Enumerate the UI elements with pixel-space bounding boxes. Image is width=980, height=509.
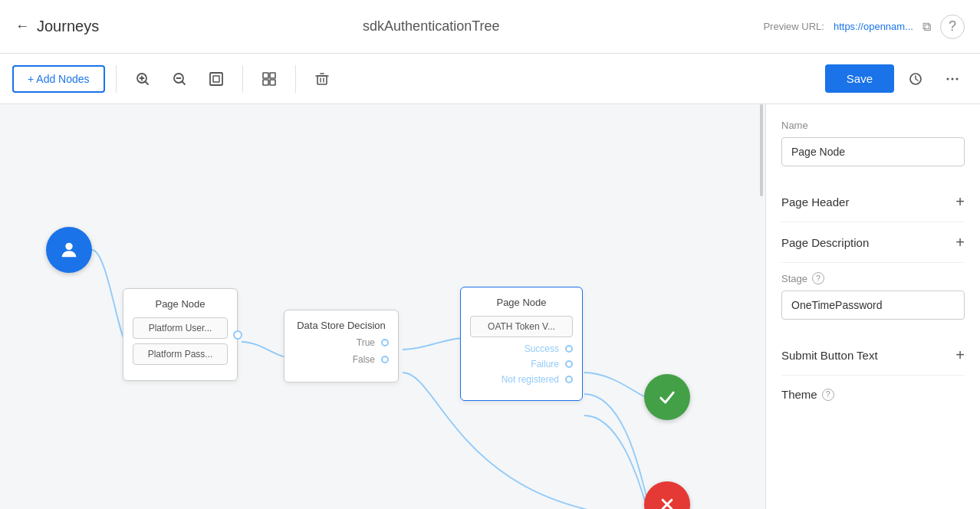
stage-section: Stage ? (781, 263, 965, 320)
page-description-row[interactable]: Page Description + (781, 222, 965, 263)
success-dot (565, 345, 573, 353)
main-content: Page Node Platform User... Platform Pass… (0, 104, 980, 509)
svg-rect-12 (270, 80, 275, 85)
theme-row[interactable]: Theme ? (781, 376, 965, 413)
svg-rect-7 (210, 73, 222, 85)
decision-false: False (294, 354, 389, 365)
add-nodes-button[interactable]: + Add Nodes (12, 65, 105, 93)
svg-rect-13 (317, 76, 327, 84)
header-left: ← Journeys (15, 18, 99, 35)
svg-point-21 (956, 77, 959, 80)
fit-view-button[interactable] (201, 64, 232, 94)
stage-label-row: Stage ? (781, 272, 965, 284)
name-section: Name (781, 120, 965, 166)
output-not-registered-label: Not registered (502, 374, 559, 385)
x-icon (656, 494, 678, 509)
person-icon (58, 239, 80, 261)
svg-rect-11 (263, 80, 268, 85)
page-header-plus[interactable]: + (955, 194, 965, 209)
output-not-registered: Not registered (470, 374, 573, 385)
page-node-1[interactable]: Page Node Platform User... Platform Pass… (123, 288, 238, 381)
svg-point-20 (952, 77, 954, 80)
page-node-1-title: Page Node (133, 298, 228, 310)
output-failure-label: Failure (531, 359, 559, 369)
svg-rect-9 (263, 73, 268, 78)
failure-node[interactable] (644, 481, 690, 509)
theme-label: Theme (781, 388, 817, 401)
zoom-in-icon (135, 71, 150, 87)
output-failure: Failure (470, 359, 573, 369)
page-header-label: Page Header (781, 195, 849, 209)
decision-true-dot (381, 339, 389, 346)
add-nodes-label: + Add Nodes (28, 73, 90, 85)
history-button[interactable] (900, 64, 931, 94)
help-button[interactable]: ? (940, 15, 965, 39)
grid-button[interactable] (254, 64, 284, 94)
submit-button-text-row[interactable]: Submit Button Text + (781, 335, 965, 376)
check-icon (656, 386, 678, 408)
page-header-row[interactable]: Page Header + (781, 182, 965, 222)
canvas[interactable]: Page Node Platform User... Platform Pass… (0, 104, 765, 509)
copy-icon: ⧉ (922, 20, 931, 33)
svg-rect-8 (213, 76, 219, 82)
app-title: Journeys (37, 18, 99, 35)
preview-url-value: https://opennam... (834, 21, 913, 32)
preview-url-label: Preview URL: (763, 21, 824, 32)
page-description-plus[interactable]: + (955, 235, 965, 250)
page-description-label: Page Description (781, 236, 869, 249)
more-options-button[interactable] (937, 64, 968, 94)
save-button[interactable]: Save (825, 64, 894, 93)
submit-button-text-plus[interactable]: + (955, 347, 965, 363)
svg-line-1 (145, 81, 148, 84)
zoom-out-icon (172, 71, 187, 87)
zoom-in-button[interactable] (127, 64, 158, 94)
history-icon (908, 71, 923, 87)
theme-help-icon: ? (822, 389, 834, 401)
zoom-out-button[interactable] (164, 64, 195, 94)
name-input[interactable] (781, 137, 965, 166)
theme-row-content: Theme ? (781, 388, 834, 401)
toolbar: + Add Nodes (0, 54, 980, 104)
toolbar-right-icons (900, 64, 968, 94)
copy-url-button[interactable]: ⧉ (922, 20, 931, 34)
connector-svg (0, 104, 765, 509)
delete-icon (314, 71, 330, 87)
page-node-2-outputs: Success Failure Not registered (470, 343, 573, 385)
stage-input[interactable] (781, 291, 965, 320)
svg-line-5 (182, 81, 185, 84)
decision-node[interactable]: Data Store Decision True False (284, 310, 399, 383)
not-registered-dot (565, 376, 573, 383)
svg-rect-10 (270, 73, 275, 78)
success-node[interactable] (644, 374, 690, 420)
help-icon: ? (949, 18, 956, 34)
stage-help-icon: ? (812, 272, 824, 284)
platform-pass-item[interactable]: Platform Pass... (133, 343, 228, 365)
decision-true-label: True (357, 337, 375, 348)
decision-false-dot (381, 356, 389, 363)
failure-dot (565, 360, 573, 368)
submit-button-text-label: Submit Button Text (781, 349, 878, 362)
decision-true: True (294, 337, 389, 348)
page-node-2-title: Page Node (470, 297, 573, 308)
svg-point-22 (65, 243, 72, 250)
decision-false-label: False (353, 354, 375, 365)
tree-name: sdkAuthenticationTree (99, 18, 763, 34)
output-success-label: Success (525, 343, 559, 354)
fit-view-icon (209, 71, 224, 87)
platform-user-item[interactable]: Platform User... (133, 317, 228, 339)
back-button[interactable]: ← (15, 18, 29, 34)
decision-outputs: True False (294, 337, 389, 365)
back-icon: ← (15, 18, 29, 34)
header-right: Preview URL: https://opennam... ⧉ ? (763, 15, 965, 39)
toolbar-divider-2 (242, 65, 243, 93)
toolbar-divider-3 (295, 65, 296, 93)
delete-button[interactable] (307, 64, 337, 94)
oath-token-item[interactable]: OATH Token V... (470, 316, 573, 337)
app-header: ← Journeys sdkAuthenticationTree Preview… (0, 0, 980, 54)
decision-node-title: Data Store Decision (294, 320, 389, 331)
start-node[interactable] (46, 227, 92, 273)
output-success: Success (470, 343, 573, 354)
page-node-2[interactable]: Page Node OATH Token V... Success Failur… (460, 287, 583, 401)
name-label: Name (781, 120, 965, 131)
right-panel: Name Page Header + Page Description + St… (765, 104, 980, 509)
